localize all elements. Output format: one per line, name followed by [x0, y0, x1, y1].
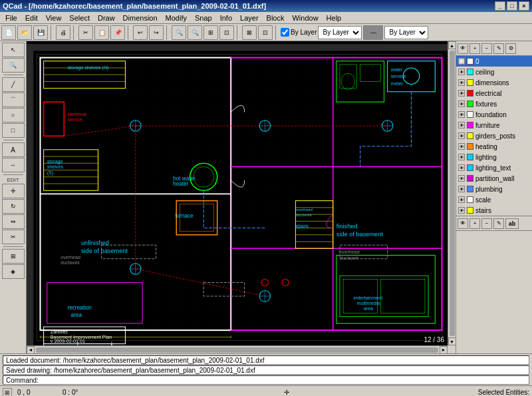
menu-snap[interactable]: Snap: [191, 13, 216, 23]
save-button[interactable]: 💾: [33, 25, 48, 40]
panel-rem-btn2[interactable]: −: [481, 218, 492, 229]
menu-dimension[interactable]: Dimension: [119, 13, 162, 23]
rotate-tool[interactable]: ↻: [2, 199, 25, 214]
copy-button[interactable]: 📋: [94, 25, 109, 40]
new-button[interactable]: 📄: [1, 25, 16, 40]
layer-visibility-icon[interactable]: 👁: [458, 100, 465, 107]
paste-button[interactable]: 📌: [110, 25, 125, 40]
panel-ab-btn[interactable]: ab: [505, 218, 519, 229]
menu-edit[interactable]: Edit: [21, 13, 42, 23]
canvas-area[interactable]: storage shelves (N) storage shelves (S) …: [27, 41, 456, 353]
minimize-button[interactable]: _: [495, 1, 505, 11]
menu-draw[interactable]: Draw: [94, 13, 119, 23]
layer-item[interactable]: 👁fixtures: [456, 99, 532, 109]
dim-tool[interactable]: ↔: [2, 158, 25, 172]
menu-info[interactable]: Info: [216, 13, 236, 23]
pointer-tool[interactable]: ↖: [2, 43, 25, 57]
text-tool[interactable]: A: [2, 142, 25, 157]
layer-item[interactable]: 👁plumbing: [456, 184, 532, 194]
command-line[interactable]: Command:: [3, 375, 529, 385]
deselect-button[interactable]: ⊡: [258, 25, 273, 40]
layer-item[interactable]: 👁partition_wall: [456, 173, 532, 184]
zoom-window-button[interactable]: ⊡: [219, 25, 234, 40]
linetype-select[interactable]: By Layer: [384, 26, 428, 39]
zoom-fit-button[interactable]: ⊞: [203, 25, 218, 40]
layer-item[interactable]: 👁lighting_text: [456, 162, 532, 173]
layer-visibility-icon[interactable]: 👁: [458, 79, 465, 86]
maximize-button[interactable]: □: [507, 1, 517, 11]
layer-visibility-icon[interactable]: 👁: [458, 207, 465, 214]
color-btn[interactable]: —: [363, 25, 383, 40]
layer-visibility-icon[interactable]: 👁: [458, 143, 465, 150]
open-button[interactable]: 📂: [17, 25, 32, 40]
layer-visibility-icon[interactable]: 👁: [458, 154, 465, 160]
zoom-in-button[interactable]: 🔍: [172, 25, 186, 40]
snap-end-tool[interactable]: ◈: [2, 264, 25, 279]
layer-visibility-icon[interactable]: 👁: [458, 175, 465, 182]
menu-help[interactable]: Help: [323, 13, 346, 23]
horizontal-scrollbar[interactable]: ◄ ►: [27, 345, 448, 353]
layer-edit-button[interactable]: ✎: [493, 43, 504, 54]
layer-item[interactable]: 👁foundation: [456, 109, 532, 120]
snap-grid-tool[interactable]: ⊞: [2, 249, 25, 264]
layer-visibility-icon[interactable]: 👁: [458, 186, 465, 192]
layer-item[interactable]: 👁stairs: [456, 205, 532, 216]
menu-window[interactable]: Window: [288, 13, 322, 23]
by-layer-check[interactable]: By Layer: [281, 28, 317, 37]
scroll-down-button[interactable]: ▼: [448, 337, 456, 345]
layer-item[interactable]: 👁lighting: [456, 152, 532, 162]
layer-item[interactable]: 👁scale: [456, 194, 532, 205]
vertical-scrollbar[interactable]: ▲ ▼: [448, 41, 456, 345]
menu-block[interactable]: Block: [263, 13, 289, 23]
line-tool[interactable]: ╱: [2, 77, 25, 92]
layer-item[interactable]: 👁heating: [456, 141, 532, 152]
layer-visibility-icon[interactable]: 👁: [458, 122, 465, 128]
layer-item[interactable]: 👁girders_posts: [456, 130, 532, 141]
select-all-button[interactable]: ⊠: [242, 25, 257, 40]
layer-visibility-icon[interactable]: 👁: [458, 90, 465, 97]
zoom-tool[interactable]: 🔍: [2, 58, 25, 73]
layer-item[interactable]: 👁ceiling: [456, 67, 532, 77]
layer-add-button[interactable]: +: [469, 43, 480, 54]
scroll-up-button[interactable]: ▲: [448, 41, 456, 49]
panel-add-btn2[interactable]: +: [469, 218, 480, 229]
layer-item[interactable]: 👁electrical: [456, 88, 532, 99]
circle-tool[interactable]: ○: [2, 108, 25, 122]
layer-settings-button[interactable]: ⚙: [505, 43, 516, 54]
rect-tool[interactable]: □: [2, 123, 25, 138]
layer-visibility-icon[interactable]: 👁: [458, 132, 465, 139]
layer-visibility-icon[interactable]: 👁: [458, 111, 465, 118]
by-layer-checkbox[interactable]: [281, 28, 289, 37]
menu-layer[interactable]: Layer: [236, 13, 263, 23]
redo-button[interactable]: ↪: [149, 25, 164, 40]
scroll-right-button[interactable]: ►: [440, 346, 448, 354]
close-button[interactable]: ×: [519, 1, 529, 11]
arc-tool[interactable]: ⌒: [2, 93, 25, 107]
panel-eye-icon2[interactable]: 👁: [458, 218, 468, 229]
menu-file[interactable]: File: [1, 13, 21, 23]
mirror-tool[interactable]: ⇔: [2, 214, 25, 229]
zoom-out-button[interactable]: 🔍: [188, 25, 202, 40]
eye-icon[interactable]: 👁: [458, 43, 468, 54]
layer-visibility-icon[interactable]: 👁: [458, 164, 465, 171]
undo-button[interactable]: ↩: [133, 25, 148, 40]
layer-visibility-icon[interactable]: 👁: [458, 58, 465, 65]
panel-edit-btn2[interactable]: ✎: [493, 218, 504, 229]
cut-button[interactable]: ✂: [78, 25, 93, 40]
menu-modify[interactable]: Modify: [162, 13, 191, 23]
layer-visibility-icon[interactable]: 👁: [458, 69, 465, 75]
menu-select[interactable]: Select: [65, 13, 94, 23]
scroll-track-v[interactable]: [450, 51, 455, 336]
layer-item[interactable]: 👁dimensions: [456, 77, 532, 88]
scroll-track-h[interactable]: [36, 347, 438, 353]
move-tool[interactable]: ✛: [2, 184, 25, 198]
layer-visibility-icon[interactable]: 👁: [458, 196, 465, 203]
layer-remove-button[interactable]: −: [481, 43, 492, 54]
trim-tool[interactable]: ✂: [2, 230, 25, 244]
menu-view[interactable]: View: [42, 13, 66, 23]
layer-item[interactable]: 👁0: [456, 56, 532, 67]
layer-item[interactable]: 👁furniture: [456, 120, 532, 130]
color-select[interactable]: By Layer: [318, 26, 362, 39]
print-button[interactable]: 🖨: [56, 25, 70, 40]
scroll-left-button[interactable]: ◄: [27, 346, 35, 354]
